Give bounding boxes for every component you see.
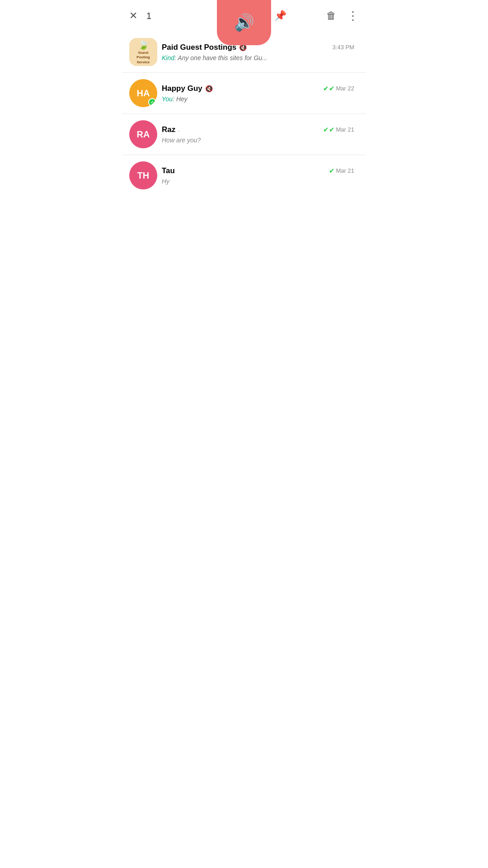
avatar-happy-guy: HA: [129, 79, 157, 107]
close-button[interactable]: ✕: [129, 10, 137, 22]
double-check-icon: ✔✔: [323, 85, 335, 93]
avatar-initials: RA: [137, 129, 150, 140]
chat-preview: Hy: [162, 178, 354, 185]
avatar-tau: TH: [129, 161, 157, 189]
chat-time: ✔✔ Mar 22: [323, 85, 354, 93]
chat-name: Raz: [162, 125, 175, 134]
delete-button[interactable]: 🗑: [326, 10, 336, 22]
avatar-paid-guest-postings: 🍃 GuestPostingService: [129, 38, 157, 66]
chat-preview: How are you?: [162, 137, 354, 144]
action-bar-right: 📌 🗑 ⋮: [274, 9, 359, 23]
selected-count: 1: [146, 11, 151, 21]
speaker-icon: 🔊: [234, 13, 254, 32]
chat-name: Happy Guy: [162, 84, 202, 93]
chat-info-happy-guy: Happy Guy 🔇 ✔✔ Mar 22 You: Hey: [157, 84, 359, 103]
single-check-icon: ✔: [329, 167, 335, 175]
chat-item-happy-guy[interactable]: HA Happy Guy 🔇 ✔✔ Mar 22 You: Hey: [122, 73, 366, 114]
typing-dots: .: [178, 126, 180, 133]
chat-preview: Kind: Any one have this sites for Gu...: [162, 54, 354, 61]
chat-info-paid-guest-postings: Paid Guest Postings 🔇 3:43 PM Kind: Any …: [157, 43, 359, 61]
chat-list: 🍃 GuestPostingService Paid Guest Posting…: [122, 32, 366, 196]
avatar-initials: HA: [137, 88, 150, 99]
chat-time: ✔ Mar 21: [329, 167, 354, 175]
chat-info-tau: Tau ✔ Mar 21 Hy: [157, 166, 359, 185]
delete-icon: 🗑: [326, 10, 336, 22]
chat-time: 3:43 PM: [333, 44, 354, 51]
chat-time: ✔✔ Mar 21: [323, 126, 354, 134]
avatar-raz: RA: [129, 120, 157, 148]
muted-icon: 🔇: [205, 85, 213, 92]
chat-item-raz[interactable]: RA Raz . ✔✔ Mar 21 How are you?: [122, 114, 366, 155]
online-badge: [148, 98, 156, 106]
mute-button-active[interactable]: 🔊: [217, 0, 271, 45]
pin-icon: 📌: [274, 10, 286, 22]
chat-info-raz: Raz . ✔✔ Mar 21 How are you?: [157, 125, 359, 144]
close-icon: ✕: [129, 10, 137, 22]
chat-preview: You: Hey: [162, 95, 354, 103]
more-icon: ⋮: [347, 9, 359, 23]
double-check-icon: ✔✔: [323, 126, 335, 134]
chat-name: Tau: [162, 166, 175, 175]
chat-item-tau[interactable]: TH Tau ✔ Mar 21 Hy: [122, 155, 366, 196]
pin-button[interactable]: 📌: [274, 10, 286, 22]
more-options-button[interactable]: ⋮: [347, 9, 359, 23]
avatar-initials: TH: [137, 170, 150, 181]
